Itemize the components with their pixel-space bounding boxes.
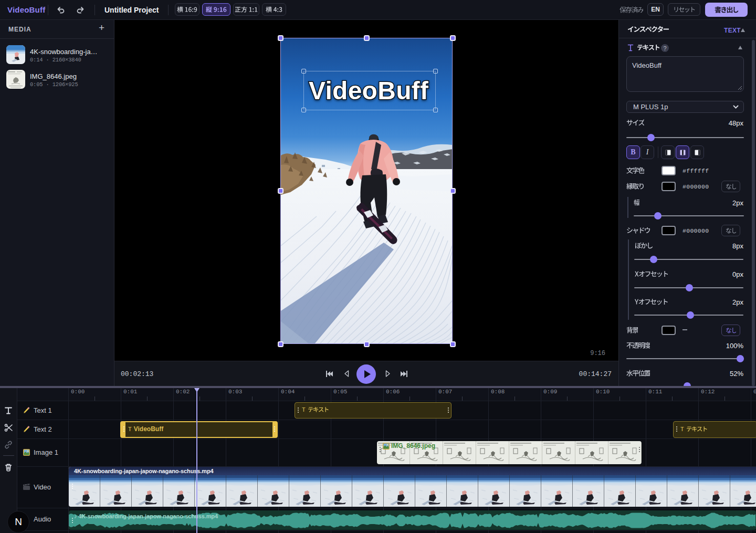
- svg-text:4K-snowboarding-japan-japow-na: 4K-snowboarding-japan-japow-nagano-schus…: [74, 468, 214, 474]
